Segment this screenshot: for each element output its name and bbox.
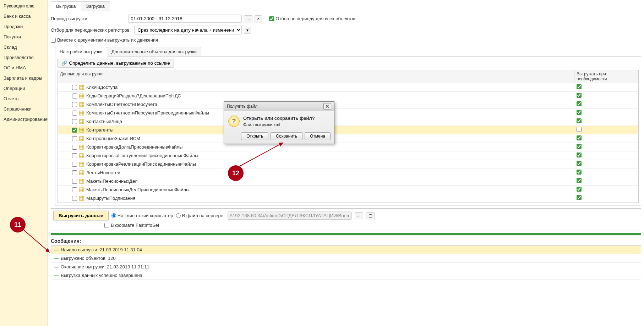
dialog-open-button[interactable]: Открыть	[241, 132, 268, 140]
grid-row[interactable]: КомплектыОтчетностиПерсучета	[58, 100, 638, 109]
period-clear-button[interactable]: ×	[255, 15, 262, 22]
row-necessity-checkbox[interactable]	[577, 153, 582, 157]
sidebar-item-5[interactable]: Производство	[0, 52, 48, 63]
fastinfoset-wrap[interactable]: В формате FastInfoSet	[104, 223, 159, 228]
sidebar-item-9[interactable]: Отчеты	[0, 93, 48, 104]
sub-tab-settings[interactable]: Настройки выгрузки	[55, 47, 107, 57]
row-name: КорректировкаРеализацииПрисоединенныеФай…	[86, 161, 196, 167]
message-row[interactable]: —Выгружено объектов: 120	[51, 254, 641, 263]
row-name: МаршрутыПодписания	[86, 196, 135, 201]
dialog-save-button[interactable]: Сохранить	[271, 132, 302, 140]
sidebar-item-11[interactable]: Администрирование	[0, 114, 48, 124]
filter-all-checkbox-wrap[interactable]: Отбор по периоду для всех объектов	[269, 16, 355, 21]
sub-tab-additional[interactable]: Дополнительные объекты для выгрузки	[107, 47, 201, 56]
grid-row[interactable]: КонтактныеЛица	[58, 117, 638, 126]
row-necessity-checkbox[interactable]	[577, 101, 582, 106]
grid-row[interactable]: КорректировкаПоступленияПрисоединенныеФа…	[58, 151, 638, 160]
row-necessity-checkbox[interactable]	[577, 93, 582, 98]
row-export-checkbox[interactable]	[72, 136, 77, 141]
row-export-checkbox[interactable]	[72, 85, 77, 90]
grid-header-necessity[interactable]: Выгружать при необходимости	[574, 70, 638, 83]
message-row[interactable]: —Начало выгрузки: 21.03.2019 11:31:04	[51, 246, 641, 254]
row-export-checkbox[interactable]	[72, 162, 77, 167]
row-export-checkbox[interactable]	[72, 179, 77, 184]
periodic-select[interactable]: Срез последних на дату начала + изменени	[134, 26, 242, 34]
row-export-checkbox[interactable]	[72, 187, 77, 192]
svg-rect-20	[80, 119, 84, 124]
row-export-checkbox[interactable]	[72, 102, 77, 107]
grid-row[interactable]: КодыОперацийРаздела7ДекларацииПоНДС	[58, 92, 638, 100]
radio-server-wrap[interactable]: В файл на сервере:	[176, 213, 225, 218]
grid-row[interactable]: КонтрольныеЗнакиГИСМ	[58, 134, 638, 143]
table-icon	[79, 136, 84, 141]
fastinfoset-checkbox[interactable]	[104, 223, 109, 228]
tab-export[interactable]: Выгрузка	[51, 1, 81, 11]
sidebar-item-0[interactable]: Руководителю	[0, 1, 48, 11]
message-row[interactable]: —Выгрузка данных успешно завершена	[51, 271, 641, 280]
sidebar-item-2[interactable]: Продажи	[0, 21, 48, 32]
row-export-checkbox[interactable]	[72, 128, 77, 133]
dialog-close-button[interactable]: ✕	[323, 103, 331, 109]
row-export-checkbox[interactable]	[72, 119, 77, 124]
sidebar-item-6[interactable]: ОС и НМА	[0, 63, 48, 73]
export-data-button[interactable]: Выгрузить данные	[53, 211, 109, 220]
grid-header-data[interactable]: Данные для выгрузки	[58, 70, 574, 83]
dialog-cancel-button[interactable]: Отмена	[305, 132, 331, 140]
row-necessity-checkbox[interactable]	[577, 195, 582, 200]
row-name: КорректировкаДолгаПрисоединенныеФайлы	[86, 144, 182, 150]
row-necessity-checkbox[interactable]	[577, 187, 582, 192]
determine-link-data-button[interactable]: 🔗 Определить данные, выгружаемые по ссыл…	[58, 59, 174, 68]
grid-row[interactable]: МакетыПенсионныхДелПрисоединенныеФайлы	[58, 186, 638, 194]
row-necessity-checkbox[interactable]	[577, 110, 582, 115]
row-export-checkbox[interactable]	[72, 196, 77, 201]
periodic-dropdown-button[interactable]: ▾	[244, 27, 251, 34]
row-export-checkbox[interactable]	[72, 170, 77, 175]
grid-row[interactable]: МакетыПенсионныхДел	[58, 177, 638, 186]
row-necessity-checkbox[interactable]	[577, 178, 582, 183]
message-row[interactable]: —Окончание выгрузки: 21.03.2019 11:31:11	[51, 263, 641, 271]
grid-body[interactable]: КлючиДоступаКодыОперацийРаздела7Декларац…	[58, 83, 638, 203]
grid-row[interactable]: КлючиДоступа	[58, 83, 638, 92]
export-movements-wrap[interactable]: Вместе с документами выгружать их движен…	[51, 37, 158, 43]
sidebar-item-3[interactable]: Покупки	[0, 32, 48, 42]
sidebar-item-1[interactable]: Банк и касса	[0, 11, 48, 21]
dialog-titlebar[interactable]: Получить файл ✕	[224, 102, 334, 111]
sidebar-item-8[interactable]: Операции	[0, 83, 48, 93]
table-icon	[79, 196, 84, 201]
row-necessity-checkbox[interactable]	[577, 84, 582, 89]
table-icon	[79, 119, 84, 124]
message-text: Окончание выгрузки: 21.03.2019 11:31:11	[61, 264, 149, 269]
row-export-checkbox[interactable]	[72, 111, 77, 116]
row-necessity-checkbox[interactable]	[577, 135, 582, 140]
row-necessity-checkbox[interactable]	[577, 127, 582, 132]
period-input[interactable]	[128, 15, 242, 23]
radio-server[interactable]	[176, 213, 181, 218]
row-export-checkbox[interactable]	[72, 93, 77, 98]
grid-row[interactable]: МаршрутыПодписания	[58, 194, 638, 203]
filter-all-checkbox[interactable]	[269, 16, 274, 21]
period-ellipsis-button[interactable]: ...	[244, 15, 252, 22]
row-necessity-checkbox[interactable]	[577, 161, 582, 166]
grid-row[interactable]: ЛентыНовостей	[58, 169, 638, 177]
sidebar-item-4[interactable]: Склад	[0, 42, 48, 52]
grid-row[interactable]: КомплектыОтчетностиПерсучетаПрисоединенн…	[58, 109, 638, 117]
radio-client-wrap[interactable]: На клиентский компьютер	[111, 213, 173, 218]
tab-import[interactable]: Загрузка	[81, 1, 110, 11]
row-necessity-checkbox[interactable]	[577, 118, 582, 123]
dialog-heading: Открыть или сохранить файл?	[243, 116, 315, 121]
export-movements-checkbox[interactable]	[51, 38, 56, 43]
row-necessity-checkbox[interactable]	[577, 170, 582, 175]
server-path-open-button[interactable]: ▢	[366, 212, 375, 219]
radio-client[interactable]	[111, 213, 116, 218]
sidebar-item-7[interactable]: Зарплата и кадры	[0, 73, 48, 83]
server-path-ellipsis-button[interactable]: ...	[355, 212, 363, 219]
row-necessity-checkbox[interactable]	[577, 144, 582, 149]
table-icon	[79, 187, 84, 192]
grid-row[interactable]: КорректировкаДолгаПрисоединенныеФайлы	[58, 143, 638, 151]
row-export-checkbox[interactable]	[72, 145, 77, 150]
row-name: МакетыПенсионныхДелПрисоединенныеФайлы	[86, 187, 189, 192]
grid-row[interactable]: КорректировкаРеализацииПрисоединенныеФай…	[58, 160, 638, 169]
sidebar-item-10[interactable]: Справочники	[0, 104, 48, 114]
row-export-checkbox[interactable]	[72, 153, 77, 158]
grid-row[interactable]: Контрагенты	[58, 126, 638, 134]
